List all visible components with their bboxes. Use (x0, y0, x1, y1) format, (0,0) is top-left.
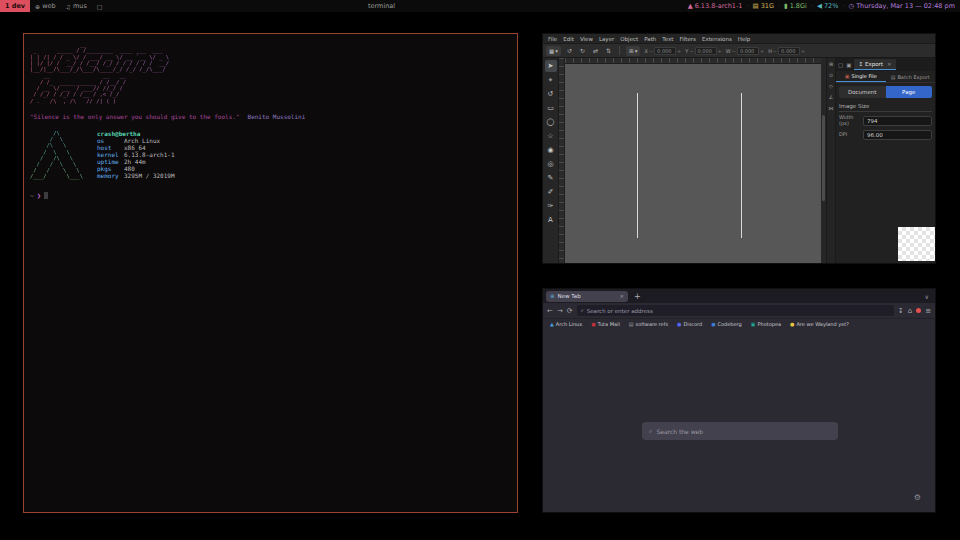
flip-horizontal-button[interactable]: ⇄ (591, 47, 600, 54)
minus-icon[interactable]: − (689, 48, 693, 54)
rectangle-tool[interactable]: ▭ (545, 102, 557, 114)
bookmark-photopea[interactable]: ▣ Photopea (751, 321, 781, 327)
discord-icon: ● (677, 321, 681, 327)
rotate-ccw-button[interactable]: ↺ (565, 47, 574, 54)
snap-bbox-icon[interactable]: ⊞ (829, 61, 833, 67)
menu-filters[interactable]: Filters (679, 36, 696, 42)
text-tool[interactable]: A (545, 214, 557, 226)
quote-line: "Silence is the only answer you should g… (30, 113, 517, 120)
workspace-dev[interactable]: 1 dev (0, 0, 30, 12)
single-file-tab[interactable]: ▣ Single File (836, 71, 886, 82)
calligraphy-tool[interactable]: ✑ (545, 200, 557, 212)
page-border-right (741, 93, 742, 238)
minus-icon[interactable]: − (649, 48, 653, 54)
tweak-tool[interactable]: ↺ (545, 88, 557, 100)
new-tab-button[interactable]: + (634, 292, 641, 301)
canvas-scrollbar[interactable] (821, 58, 826, 263)
objects-dialog-icon[interactable]: ▣ (846, 62, 851, 68)
active-tab[interactable]: ⊕ New Tab × (546, 291, 628, 302)
bookmark-label: Photopea (758, 321, 782, 327)
y-value[interactable]: 0.000 (695, 47, 717, 55)
inkscape-canvas[interactable] (565, 64, 821, 263)
h-value[interactable]: 0.000 (778, 47, 800, 55)
inkscape-window: File Edit View Layer Object Path Text Fi… (542, 33, 936, 264)
downloads-icon[interactable]: ↧ (898, 307, 904, 315)
bookmark-discord[interactable]: ● Discord (677, 321, 702, 327)
tab-close-icon[interactable]: × (619, 293, 624, 299)
dpi-input[interactable]: 96.00 (863, 130, 932, 140)
scrollbar-thumb[interactable] (822, 115, 825, 201)
workspace-mus[interactable]: ♫ mus (61, 0, 92, 12)
pencil-tool[interactable]: ✎ (545, 172, 557, 184)
disk-icon: ▤ (753, 2, 759, 10)
page-button[interactable]: Page (886, 86, 933, 98)
menu-path[interactable]: Path (644, 36, 656, 42)
export-dialog-tab[interactable]: ↥ Export × (854, 59, 895, 70)
reload-button[interactable]: ⟳ (567, 307, 573, 315)
plus-icon[interactable]: + (718, 48, 722, 54)
w-spinbox[interactable]: W − 0.000 + (726, 47, 764, 55)
volume-module[interactable]: ◀ 72% (817, 2, 838, 10)
x-spinbox[interactable]: X − 0.000 + (644, 47, 681, 55)
minus-icon[interactable]: − (732, 48, 736, 54)
plus-icon[interactable]: + (677, 48, 681, 54)
tab-list-chevron-icon[interactable]: ∨ (925, 293, 929, 300)
menu-edit[interactable]: Edit (563, 36, 574, 42)
prompt-chevron: ❯ (37, 192, 41, 200)
snap-other-icon[interactable]: ◇ (829, 83, 833, 89)
bookmark-are-we-wayland-yet[interactable]: ● Are we Wayland yet? (790, 321, 849, 327)
web-search-box[interactable]: ⌕ Search the web (642, 422, 838, 440)
menu-view[interactable]: View (580, 36, 593, 42)
forward-button[interactable]: → (557, 307, 563, 315)
node-editor-tool[interactable]: ⌖ (545, 74, 557, 86)
terminal-window[interactable]: __ _ _____ / /________ ____ ___ ___ | | … (23, 33, 518, 513)
menu-extensions[interactable]: Extensions (702, 36, 732, 42)
plus-icon[interactable]: + (760, 48, 764, 54)
bookmark-tuta-mail[interactable]: ● Tuta Mail (591, 321, 620, 327)
star-tool[interactable]: ☆ (545, 130, 557, 142)
bookmark-folder-software-refs[interactable]: ▤ software refs (629, 321, 668, 327)
menu-file[interactable]: File (548, 36, 557, 42)
snap-nodes-icon[interactable]: ⊙ (829, 72, 833, 78)
home-icon[interactable]: ⌂ (908, 307, 912, 315)
back-button[interactable]: ← (547, 307, 553, 315)
x-value[interactable]: 0.000 (654, 47, 676, 55)
menu-layer[interactable]: Layer (599, 36, 614, 42)
terminal-cursor (44, 192, 48, 199)
bookmark-arch-linux[interactable]: ▲ Arch Linux (550, 321, 582, 327)
rotate-cw-button[interactable]: ↻ (578, 47, 587, 54)
plus-icon[interactable]: + (801, 48, 805, 54)
selector-tool[interactable]: ➤ (545, 60, 557, 72)
minus-icon[interactable]: − (773, 48, 777, 54)
y-spinbox[interactable]: Y − 0.000 + (685, 47, 721, 55)
menu-object[interactable]: Object (620, 36, 638, 42)
flip-vertical-button[interactable]: ⇅ (604, 47, 613, 54)
w-value[interactable]: 0.000 (737, 47, 759, 55)
menu-text[interactable]: Text (662, 36, 673, 42)
workspace-scratchpad[interactable]: □ (92, 0, 108, 12)
bookmark-codeberg[interactable]: ● Codeberg (711, 321, 742, 327)
document-button[interactable]: Document (839, 86, 886, 98)
close-icon[interactable]: × (887, 61, 892, 67)
h-spinbox[interactable]: H − 0.000 + (768, 47, 805, 55)
pen-tool[interactable]: ✐ (545, 186, 557, 198)
arch-icon: ▲ (688, 2, 693, 10)
spiral-tool[interactable]: ◎ (545, 158, 557, 170)
document-properties-icon[interactable]: ▢ (838, 62, 843, 68)
scratchpad-icon: □ (97, 3, 103, 10)
snap-intersect-icon[interactable]: ⋈ (829, 105, 834, 111)
extension-badge-icon[interactable] (916, 308, 921, 313)
box-3d-tool[interactable]: ◉ (545, 144, 557, 156)
gear-icon[interactable]: ⚙ (914, 493, 921, 502)
shell-prompt[interactable]: ~❯ (30, 192, 517, 200)
url-bar[interactable]: ⌕ Search or enter address (577, 305, 894, 316)
batch-export-tab[interactable]: ▤ Batch Export (886, 71, 936, 82)
menu-icon[interactable]: ≡ (925, 307, 931, 315)
snap-angle-icon[interactable]: ∠ (829, 94, 833, 100)
selection-mode-dropdown[interactable]: ▦ ▾ (546, 46, 561, 56)
align-dropdown[interactable]: ⊞ ▾ (626, 46, 640, 56)
width-input[interactable]: 794 (863, 116, 932, 126)
ellipse-tool[interactable]: ◯ (545, 116, 557, 128)
workspace-web[interactable]: ⊕ web (30, 0, 60, 12)
menu-help[interactable]: Help (738, 36, 751, 42)
